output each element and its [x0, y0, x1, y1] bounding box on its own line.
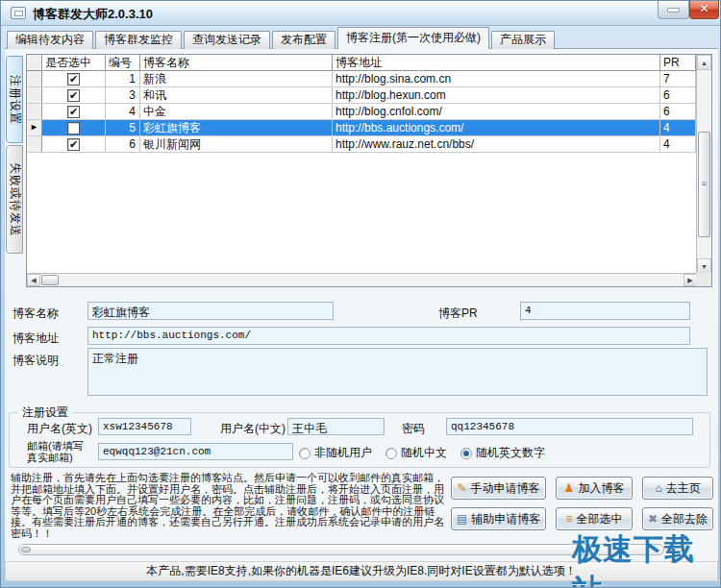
row-pointer-icon: ►: [27, 120, 42, 135]
email-label: 邮箱(请填写 真实邮箱): [27, 440, 84, 463]
close-button[interactable]: ✕: [689, 1, 719, 19]
row-blog-name: 新浪: [140, 71, 333, 86]
radio-label: 随机英文数字: [476, 445, 545, 461]
remove-all-icon: ✖: [648, 513, 658, 525]
join-blog-icon: ♟: [564, 482, 575, 494]
button-label: 加入博客: [578, 480, 624, 497]
table-row[interactable]: ✔ 1 新浪 http://blog.sina.com.cn 7: [27, 71, 696, 87]
row-indicator: [27, 136, 42, 152]
side-tab-failed-pending[interactable]: 失败或待发送: [6, 145, 23, 254]
tab-send-records[interactable]: 查询发送记录: [184, 31, 270, 49]
username-en-field[interactable]: xsw12345678: [98, 418, 191, 435]
main-tabbar: 编辑待发内容 博客群发监控 查询发送记录 发布配置 博客注册(第一次使用必做) …: [7, 27, 555, 49]
horizontal-scrollbar[interactable]: ◀ ▶: [27, 273, 697, 286]
radio-random-alphanumeric[interactable]: 随机英文数字: [460, 445, 545, 461]
row-blog-url: http://blog.hexun.com: [333, 87, 660, 103]
radio-label: 非随机用户: [314, 445, 372, 461]
blog-table: 是否选中 编号 博客名称 博客地址 PR ✔ 1 新浪 http://blog.…: [26, 54, 712, 287]
minimize-button[interactable]: [658, 1, 689, 19]
row-checkbox[interactable]: ✔: [67, 138, 80, 151]
row-pr: 6: [660, 87, 696, 103]
username-en-label: 用户名(英文): [27, 421, 92, 437]
radio-icon[interactable]: [299, 448, 311, 459]
tab-product-display[interactable]: 产品展示: [491, 31, 555, 49]
side-tab-register-settings[interactable]: 注册设置: [6, 56, 23, 143]
row-blog-name: 和讯: [140, 87, 333, 103]
row-check-cell: ✔: [42, 71, 106, 86]
row-id: 1: [106, 71, 140, 86]
row-indicator: [27, 71, 42, 86]
window-title: 博客群发大师2.0.3.10: [33, 6, 153, 23]
manual-apply-blog-button[interactable]: ✎ 手动申请博客: [451, 477, 546, 500]
row-checkbox[interactable]: ✔: [67, 106, 80, 118]
header-url: 博客地址: [333, 55, 660, 70]
tab-edit-content[interactable]: 编辑待发内容: [7, 31, 93, 49]
password-field[interactable]: qq12345678: [446, 418, 693, 435]
row-checkbox[interactable]: ✔: [67, 73, 80, 86]
radio-non-random-user[interactable]: 非随机用户: [299, 445, 372, 461]
row-checkbox[interactable]: ✔: [67, 89, 80, 102]
horizontal-scroll-thumb[interactable]: [41, 275, 59, 285]
table-header: 是否选中 编号 博客名称 博客地址 PR: [27, 55, 696, 71]
row-indicator: [27, 87, 42, 103]
row-blog-url: http://blog.sina.com.cn: [333, 71, 660, 86]
select-all-button[interactable]: ≡ 全部选中: [556, 507, 633, 530]
row-id: 5: [106, 120, 140, 135]
row-indicator: [27, 104, 42, 119]
join-blog-button[interactable]: ♟ 加入博客: [556, 477, 633, 500]
row-blog-name: 彩虹旗博客: [140, 120, 333, 135]
scroll-up-icon[interactable]: ▲: [697, 55, 711, 70]
scrollbar-corner: [696, 273, 711, 286]
row-pr: 6: [660, 104, 696, 119]
username-cn-field[interactable]: 王中毛: [287, 418, 385, 435]
row-id: 4: [106, 104, 140, 119]
button-label: 手动申请博客: [471, 480, 540, 497]
blog-name-label: 博客名称: [12, 306, 59, 322]
assisted-apply-icon: ▤: [457, 513, 467, 525]
row-blog-url: http://www.rauz.net.cn/bbs/: [333, 136, 660, 152]
table-row[interactable]: ✔ 4 中金 http://blog.cnfol.com/ 6: [27, 104, 696, 120]
progress-bar: [18, 544, 664, 555]
table-row[interactable]: ✔ 3 和讯 http://blog.hexun.com 6: [27, 87, 696, 104]
register-settings-legend: 注册设置: [18, 404, 72, 421]
row-check-cell: ✔: [42, 87, 106, 103]
scroll-left-icon[interactable]: ◀: [27, 274, 40, 286]
button-label: 去主页: [666, 480, 701, 497]
blog-name-field[interactable]: 彩虹旗博客: [87, 302, 334, 320]
scroll-right-icon[interactable]: ▶: [684, 274, 697, 286]
tab-mass-post-monitor[interactable]: 博客群发监控: [95, 31, 182, 49]
row-blog-url: http://bbs.auctiongs.com/: [333, 120, 660, 135]
row-pr: 4: [660, 120, 696, 135]
go-homepage-button[interactable]: ⌂ 去主页: [642, 477, 713, 500]
table-row[interactable]: ✔ 6 银川新闻网 http://www.rauz.net.cn/bbs/ 4: [27, 136, 696, 153]
button-label: 辅助申请博客: [471, 511, 540, 527]
vertical-scroll-thumb[interactable]: ≡: [698, 132, 710, 237]
side-tab-label: 注册设置: [7, 75, 23, 125]
tab-publish-config[interactable]: 发布配置: [272, 31, 336, 49]
table-body: ✔ 1 新浪 http://blog.sina.com.cn 7 ✔ 3 和讯 …: [27, 71, 696, 153]
radio-icon[interactable]: [385, 448, 397, 459]
header-pr: PR: [660, 55, 696, 70]
radio-random-chinese[interactable]: 随机中文: [385, 445, 447, 461]
row-pr: 7: [660, 71, 696, 86]
scroll-down-icon[interactable]: ▼: [697, 258, 711, 274]
app-window: 博客群发大师2.0.3.10 ✕ 编辑待发内容 博客群发监控 查询发送记录 发布…: [0, 0, 721, 588]
blog-pr-field[interactable]: 4: [520, 302, 690, 320]
header-name: 博客名称: [140, 55, 333, 70]
blog-url-field[interactable]: http://bbs.auctiongs.com/: [87, 327, 690, 345]
manual-apply-icon: ✎: [457, 482, 466, 494]
blog-desc-field[interactable]: 正常注册: [87, 348, 708, 396]
vertical-scrollbar[interactable]: ▲ ≡ ▼: [696, 55, 711, 274]
remove-all-button[interactable]: ✖ 全部去除: [642, 507, 713, 530]
header-indicator: [27, 55, 42, 70]
table-row-selected[interactable]: ► 5 彩虹旗博客 http://bbs.auctiongs.com/ 4: [27, 120, 696, 136]
radio-icon[interactable]: [460, 448, 472, 459]
button-label: 全部去除: [661, 511, 708, 527]
radio-label: 随机中文: [401, 445, 447, 461]
email-field[interactable]: eqwqq123@21cn.com: [98, 443, 293, 460]
select-all-icon: ≡: [565, 513, 572, 525]
tab-blog-register[interactable]: 博客注册(第一次使用必做): [337, 27, 489, 49]
row-checkbox[interactable]: [67, 122, 80, 135]
row-check-cell: ✔: [42, 104, 106, 119]
assisted-apply-blog-button[interactable]: ▤ 辅助申请博客: [451, 507, 546, 530]
